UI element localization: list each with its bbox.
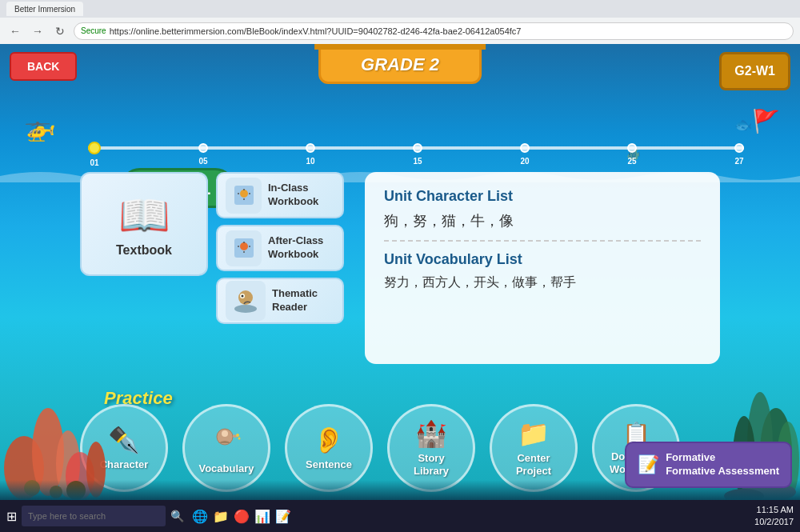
unit-character-list-title: Unit Character List: [384, 188, 701, 205]
svg-point-7: [240, 242, 248, 250]
books-row: 📖 Textbook: [80, 172, 352, 324]
books-section: 📖 Textbook: [80, 172, 352, 364]
main-content: 🐟 🐠 🚁 🚩 BACK GRADE 2 G2-W1 01 05: [0, 44, 800, 500]
flag-icon: 🚩: [752, 108, 780, 134]
unit-vocabulary-list-title: Unit Vocabulary List: [384, 251, 701, 268]
timeline-dot-5: 20: [520, 143, 530, 153]
practice-sentence-button[interactable]: 👂 Sentence: [285, 404, 373, 492]
textbook-label: Textbook: [116, 243, 172, 258]
timeline-dot-7: 27: [734, 143, 744, 153]
unit-vocabulary: 努力，西方人，开头，做事，帮手: [384, 274, 701, 291]
browser-tabs: Better Immersion: [0, 0, 800, 18]
story-library-label: StoryLibrary: [414, 452, 449, 477]
start-button[interactable]: ⊞: [6, 509, 17, 524]
taskbar-app-2[interactable]: 📁: [213, 509, 229, 524]
sentence-label: Sentence: [306, 458, 352, 471]
timeline: 01 05 10 15 20 25 27: [64, 146, 768, 150]
grade-label: GRADE 2: [318, 44, 482, 84]
clock-time: 11:15 AM: [754, 504, 794, 516]
taskbar-icon-search: 🔍: [170, 510, 184, 522]
sentence-icon: 👂: [313, 425, 345, 455]
timeline-dot-2: 05: [198, 143, 208, 153]
svg-point-1: [240, 190, 248, 198]
svg-point-17: [222, 430, 228, 437]
formative-line2: Formative Assessment: [666, 465, 779, 477]
timeline-dot-6: 25: [627, 143, 637, 153]
tab-label: Better Immersion: [14, 5, 75, 14]
workbooks-column: In-Class Workbook: [216, 172, 344, 324]
timeline-dot-4: 15: [413, 143, 422, 153]
taskbar-clock: 11:15 AM 10/2/2017: [754, 504, 794, 529]
clock-date: 10/2/2017: [754, 516, 794, 528]
svg-point-19: [238, 438, 241, 440]
submarine-icon: 🚁: [24, 112, 56, 142]
center-project-icon: 📁: [518, 418, 550, 449]
forward-nav-button[interactable]: →: [29, 22, 46, 40]
grade-badge: GRADE 2: [318, 44, 482, 84]
story-library-icon: 🏰: [415, 418, 447, 449]
taskbar: ⊞ 🔍 🌐 📁 🔴 📊 📝 11:15 AM 10/2/2017: [0, 500, 800, 532]
inclass-workbook-card[interactable]: In-Class Workbook: [216, 172, 344, 218]
inclass-line2: Workbook: [268, 195, 318, 207]
content-layout: 📖 Textbook: [80, 172, 720, 364]
practice-vocabulary-button[interactable]: Vocabulary: [182, 404, 270, 492]
thematic-reader-icon: [226, 281, 266, 321]
character-label: Character: [100, 458, 149, 471]
timeline-dot-3: 10: [306, 143, 315, 153]
svg-point-12: [234, 305, 257, 313]
taskbar-app-1[interactable]: 🌐: [192, 509, 208, 524]
back-nav-button[interactable]: ←: [6, 22, 24, 40]
formative-assessment-label: Formative Formative Assessment: [666, 451, 779, 478]
character-icon: ✒️: [108, 425, 140, 455]
timeline-dot-active: 01: [88, 142, 101, 154]
taskbar-app-3[interactable]: 🔴: [234, 509, 250, 524]
taskbar-icons: 🌐 📁 🔴 📊 📝: [192, 509, 291, 524]
vocabulary-label: Vocabulary: [198, 462, 254, 475]
formative-line1: Formative: [666, 451, 715, 463]
active-tab[interactable]: Better Immersion: [6, 2, 83, 16]
formative-assessment-button[interactable]: 📝 Formative Formative Assessment: [625, 442, 792, 488]
practice-center-project-button[interactable]: 📁 CenterProject: [490, 404, 578, 492]
afterclass-workbook-label: After-Class Workbook: [268, 234, 323, 262]
thematic-line2: Reader: [272, 301, 307, 313]
formative-assessment-icon: 📝: [638, 454, 659, 475]
taskbar-app-4[interactable]: 📊: [254, 509, 270, 524]
fish-decoration-1: 🐟: [734, 116, 752, 134]
taskbar-search-input[interactable]: [22, 506, 166, 526]
afterclass-workbook-card[interactable]: After-Class Workbook: [216, 225, 344, 271]
refresh-button[interactable]: ↻: [51, 22, 69, 40]
browser-nav: ← → ↻ Secure https://online.betterimmers…: [0, 18, 800, 44]
unit-divider: [384, 240, 701, 242]
back-button[interactable]: BACK: [10, 52, 77, 81]
afterclass-line1: After-Class: [268, 234, 323, 246]
secure-badge: Secure: [81, 26, 106, 35]
unit-characters: 狗，努，猫，牛，像: [384, 211, 701, 230]
center-project-label: CenterProject: [516, 452, 551, 477]
inclass-workbook-icon: [226, 178, 262, 214]
inclass-line1: In-Class: [268, 182, 309, 194]
inclass-workbook-label: In-Class Workbook: [268, 182, 318, 209]
practice-story-library-button[interactable]: 🏰 StoryLibrary: [387, 404, 475, 492]
textbook-book-icon: 📖: [118, 191, 170, 240]
browser-chrome: Better Immersion ← → ↻ Secure https://on…: [0, 0, 800, 44]
svg-point-15: [242, 295, 244, 298]
afterclass-workbook-icon: [226, 230, 262, 266]
address-bar[interactable]: Secure https://online.betterimmersion.co…: [74, 22, 794, 40]
url-text: https://online.betterimmersion.com/BleBo…: [110, 26, 522, 36]
thematic-line1: Thematic: [272, 287, 318, 299]
unit-panel: Unit Character List 狗，努，猫，牛，像 Unit Vocab…: [365, 172, 720, 364]
vocabulary-icon: [210, 421, 242, 459]
thematic-reader-card[interactable]: Thematic Reader: [216, 278, 344, 324]
thematic-reader-label: Thematic Reader: [272, 287, 318, 314]
svg-point-18: [236, 434, 239, 437]
practice-character-button[interactable]: ✒️ Character: [80, 404, 168, 492]
afterclass-line2: Workbook: [268, 248, 318, 260]
textbook-card[interactable]: 📖 Textbook: [80, 172, 208, 276]
gw-badge: G2-W1: [719, 52, 790, 90]
taskbar-app-5[interactable]: 📝: [275, 509, 291, 524]
